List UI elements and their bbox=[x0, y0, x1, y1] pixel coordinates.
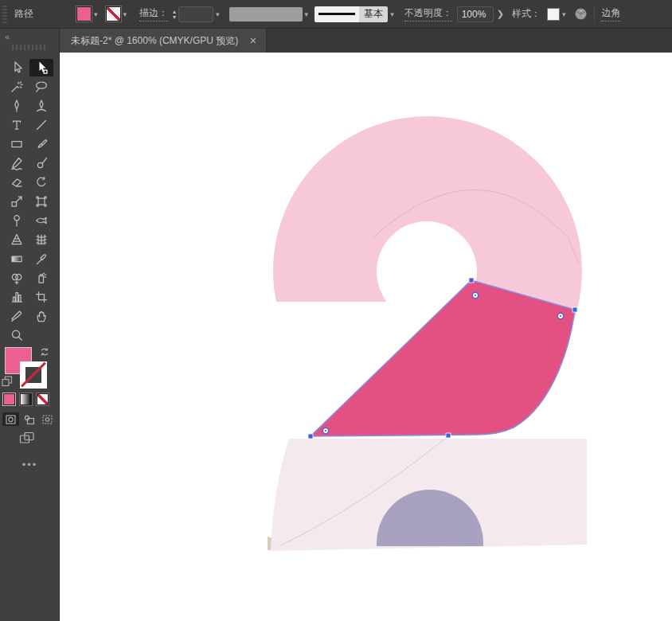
style-label: 样式： bbox=[512, 7, 541, 21]
blob-brush-tool[interactable] bbox=[29, 154, 53, 172]
stroke-color-swatch[interactable] bbox=[106, 6, 121, 21]
options-bar: 路径 ▾ ▾ 描边： ▴ ▾ ▾ ▾ 基本 ▾ 不透明度： 100% ❯ 样式：… bbox=[0, 0, 672, 29]
paintbrush-icon bbox=[34, 137, 49, 151]
swap-fill-stroke-icon[interactable] bbox=[38, 346, 51, 361]
line-segment-tool[interactable] bbox=[29, 116, 53, 134]
free-transform-icon bbox=[34, 194, 49, 209]
column-graph-icon bbox=[10, 290, 24, 304]
symbol-sprayer-tool[interactable] bbox=[29, 269, 53, 287]
opacity-expand-button[interactable]: ❯ bbox=[497, 9, 504, 19]
selection-tool[interactable] bbox=[5, 59, 29, 76]
rotate-tool[interactable] bbox=[29, 174, 53, 191]
type-icon bbox=[10, 118, 24, 132]
eyedropper-icon bbox=[34, 252, 49, 266]
hand-tool[interactable] bbox=[29, 307, 53, 325]
type-tool[interactable] bbox=[5, 116, 29, 134]
lasso-tool[interactable] bbox=[29, 78, 53, 96]
paintbrush-tool[interactable] bbox=[29, 135, 53, 153]
anchor-point[interactable] bbox=[308, 434, 313, 439]
perspective-grid-tool[interactable] bbox=[5, 231, 29, 248]
stroke-weight-field[interactable] bbox=[178, 6, 213, 22]
fill-color-swatch[interactable] bbox=[76, 6, 92, 21]
style-dropdown-icon[interactable]: ▾ bbox=[562, 10, 566, 18]
line-segment-icon bbox=[34, 118, 49, 132]
gradient-icon bbox=[10, 252, 24, 266]
screen-mode-icon[interactable] bbox=[19, 432, 35, 448]
warp-icon bbox=[34, 213, 49, 228]
edit-toolbar-button[interactable]: ••• bbox=[0, 459, 60, 471]
rectangle-icon bbox=[10, 137, 24, 151]
free-transform-tool[interactable] bbox=[29, 193, 53, 210]
recolor-artwork-icon[interactable] bbox=[574, 7, 588, 21]
stroke-swatch-large[interactable] bbox=[20, 361, 47, 389]
stroke-weight-stepper[interactable]: ▴ ▾ bbox=[173, 9, 176, 20]
stroke-dropdown-icon[interactable]: ▾ bbox=[123, 10, 127, 18]
slice-tool[interactable] bbox=[5, 307, 29, 325]
style-swatch[interactable] bbox=[547, 8, 560, 21]
anchor-point[interactable] bbox=[572, 307, 577, 312]
draw-normal-button[interactable] bbox=[2, 412, 19, 426]
lasso-icon bbox=[34, 80, 49, 94]
brush-name-label: 基本 bbox=[359, 6, 388, 22]
warp-tool[interactable] bbox=[29, 212, 53, 229]
curvature-icon bbox=[34, 99, 49, 113]
appearance-row bbox=[3, 393, 49, 405]
zoom-tool[interactable] bbox=[5, 326, 29, 344]
tab-close-icon[interactable]: ✕ bbox=[249, 36, 256, 46]
none-mode-button[interactable] bbox=[37, 393, 49, 405]
direct-selection-icon bbox=[34, 61, 49, 75]
pen-icon bbox=[10, 99, 24, 113]
magic-wand-tool[interactable] bbox=[5, 78, 29, 96]
artboard-canvas[interactable] bbox=[60, 53, 672, 621]
anchor-point[interactable] bbox=[446, 433, 451, 438]
width-profile-dropdown[interactable] bbox=[229, 7, 303, 21]
shaper-tool[interactable] bbox=[5, 154, 29, 172]
selection-icon bbox=[10, 61, 24, 75]
default-fill-stroke-icon[interactable] bbox=[2, 376, 13, 390]
opacity-field[interactable]: 100% bbox=[457, 6, 494, 22]
shape-builder-icon bbox=[10, 271, 24, 285]
eraser-icon bbox=[10, 175, 24, 189]
tool-grid bbox=[5, 59, 55, 344]
blob-brush-icon bbox=[34, 156, 49, 170]
draw-modes-row bbox=[2, 412, 56, 426]
direct-selection-tool[interactable] bbox=[29, 59, 53, 76]
width-profile-dropdown-icon[interactable]: ▾ bbox=[305, 10, 309, 18]
anchor-point[interactable] bbox=[469, 278, 474, 283]
perspective-grid-icon bbox=[10, 232, 24, 247]
color-mode-button[interactable] bbox=[3, 393, 15, 405]
rectangle-tool[interactable] bbox=[5, 135, 29, 153]
brush-definition-dropdown[interactable]: 基本 bbox=[315, 6, 388, 22]
stepper-down-icon[interactable]: ▾ bbox=[173, 14, 176, 20]
artboard-tool[interactable] bbox=[29, 288, 53, 306]
corner-panel-link[interactable]: 边角 bbox=[601, 6, 620, 21]
collapse-panel-icon[interactable]: « bbox=[5, 32, 9, 41]
brush-stroke-preview bbox=[315, 6, 359, 22]
draw-behind-button[interactable] bbox=[21, 412, 37, 426]
eyedropper-tool[interactable] bbox=[29, 250, 53, 268]
magic-wand-icon bbox=[10, 80, 24, 94]
column-graph-tool[interactable] bbox=[5, 288, 29, 306]
puppet-warp-tool[interactable] bbox=[5, 212, 29, 229]
stroke-weight-dropdown-icon[interactable]: ▾ bbox=[216, 10, 220, 18]
document-tab-title: 未标题-2* @ 1600% (CMYK/GPU 预览) bbox=[71, 34, 238, 48]
fill-dropdown-icon[interactable]: ▾ bbox=[94, 10, 98, 18]
gradient-mode-button[interactable] bbox=[20, 393, 32, 405]
curvature-tool[interactable] bbox=[29, 97, 53, 115]
scale-tool[interactable] bbox=[5, 193, 29, 210]
stroke-panel-link[interactable]: 描边： bbox=[139, 6, 168, 21]
draw-inside-button[interactable] bbox=[39, 412, 56, 426]
puppet-warp-icon bbox=[10, 213, 24, 228]
brush-dropdown-icon[interactable]: ▾ bbox=[390, 10, 394, 18]
shape-builder-tool[interactable] bbox=[5, 269, 29, 287]
tool-panel-grip[interactable] bbox=[12, 45, 47, 50]
shaper-icon bbox=[10, 156, 24, 170]
document-tab[interactable]: 未标题-2* @ 1600% (CMYK/GPU 预览) ✕ bbox=[60, 29, 267, 53]
gradient-tool[interactable] bbox=[5, 250, 29, 268]
opacity-panel-link[interactable]: 不透明度： bbox=[404, 6, 452, 21]
pen-tool[interactable] bbox=[5, 97, 29, 115]
mesh-tool[interactable] bbox=[29, 231, 53, 248]
live-corner-widget-dot bbox=[325, 430, 326, 432]
panel-grip-icon[interactable] bbox=[2, 6, 7, 23]
eraser-tool[interactable] bbox=[5, 174, 29, 191]
